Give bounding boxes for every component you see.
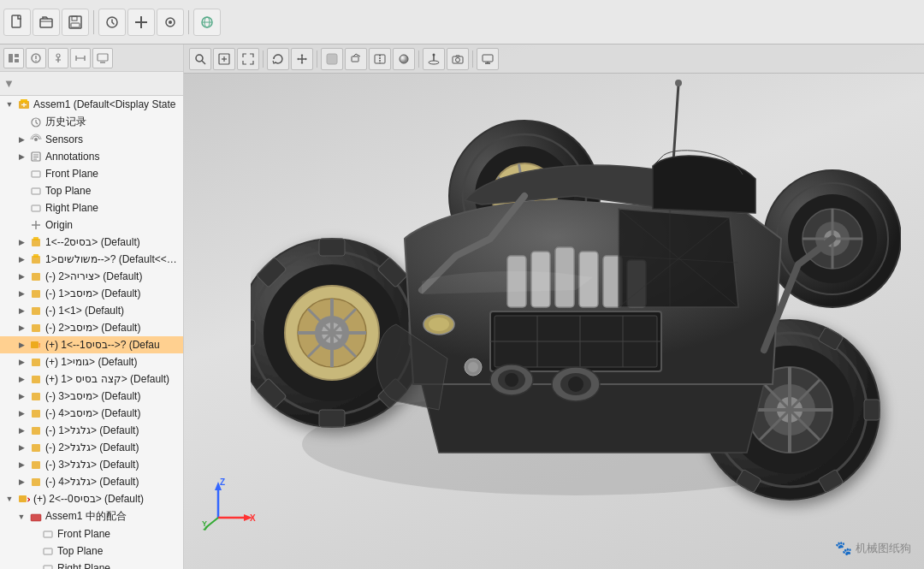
tree-item-sub-assem[interactable]: ▼ Assem1 中的配合 [0,507,183,525]
tree-expand-assem1[interactable]: ▼ [3,98,15,110]
origin-icon [29,218,43,232]
part5-label: (-) 1<1> (Default) [45,305,124,317]
toolbar-open-btn[interactable] [33,9,60,36]
tree-item-part15[interactable]: ▶ (-) גלגל<4> (Default) [0,473,183,490]
svg-point-174 [429,317,449,331]
tree-expand-part14[interactable]: ▶ [15,459,27,471]
tree-item-part16[interactable]: ▼ ✕ (+) 2<--0בסיס> (Default) [0,490,183,507]
tree-item-part2[interactable]: ▶ 1>משולשים-->? (Default<<De [0,251,183,268]
svg-point-84 [400,55,408,63]
svg-line-72 [202,61,205,64]
toolbar-save-btn[interactable] [62,9,89,36]
toolbar-options-btn[interactable] [98,9,126,36]
part12-label: (-) גלגל<1> (Default) [45,424,139,436]
svg-rect-14 [15,54,19,57]
tree-expand-sub-assem[interactable]: ▼ [15,511,27,523]
tree-btn-configmgr[interactable] [48,48,68,68]
tree-expand-annotations[interactable]: ▶ [15,151,27,163]
sensors-icon [29,133,43,146]
toolbar-sep-2 [188,10,189,34]
tree-item-part5[interactable]: ▶ (-) 1<1> (Default) [0,302,183,319]
history-label: 历史记录 [45,115,86,129]
part2-icon [29,252,43,266]
viewport[interactable]: Z X Y 🐾 机械图纸狗 [184,44,924,569]
tree-expand-part1[interactable]: ▶ [15,236,27,248]
part3-icon [29,270,43,283]
tree-expand-part9[interactable]: ▶ [15,373,27,385]
tree-expand-part4[interactable]: ▶ [15,287,27,299]
filter-icon: ▼ [3,77,15,90]
svg-rect-28 [21,99,27,103]
part13-label: (-) גלגל<2> (Default) [45,442,139,453]
part16-icon: ✕ [17,492,31,506]
toolbar-new-btn[interactable] [3,9,31,36]
vp-search-btn[interactable] [189,48,211,70]
tree-btn-displaymgr[interactable] [92,48,113,68]
toolbar-globe-btn[interactable] [193,9,221,36]
tree-item-sub-top[interactable]: ▶ Top Plane [0,542,183,560]
tree-item-part11[interactable]: ▶ (-) 4>מיסב> (Default) [0,405,183,422]
tree-item-part8[interactable]: ▶ (+) גומי<1> (Default) [0,353,183,370]
sub-right-icon [41,561,55,569]
svg-rect-46 [32,273,40,281]
svg-rect-1 [40,19,52,27]
tree-expand-part8[interactable]: ▶ [15,356,27,368]
tree-item-top-plane[interactable]: ▶ Top Plane [0,182,183,199]
tree-item-part12[interactable]: ▶ (-) גלגל<1> (Default) [0,422,183,439]
vp-zoom-btn[interactable] [213,48,235,70]
tree-expand-part3[interactable]: ▶ [15,270,27,282]
tree-item-part7[interactable]: ▶ ! (+) 1<--1בסיס-->? (Defau [0,336,183,353]
part4-icon [29,287,43,300]
svg-point-19 [56,54,60,57]
tree-item-part1[interactable]: ▶ 1<--2בסיס> (Default) [0,234,183,251]
part11-label: (-) 4>מיסב> (Default) [45,407,140,419]
tree-top-bar [0,44,183,72]
tree-expand-part16[interactable]: ▼ [3,493,15,505]
tree-item-part3[interactable]: ▶ (-) 2>ציריה> (Default) [0,268,183,285]
right-plane-icon [29,201,43,215]
tree-item-part10[interactable]: ▶ (-) 3>מיסב> (Default) [0,388,183,405]
origin-label: Origin [45,219,73,231]
tree-expand-part6[interactable]: ▶ [15,322,27,334]
svg-rect-53 [32,376,40,383]
toolbar-rotate-btn[interactable] [157,9,184,36]
tree-btn-featuremgr[interactable] [3,48,24,68]
tree-item-part4[interactable]: ▶ (-) 1>מיסב> (Default) [0,285,183,302]
toolbar-cross-btn[interactable] [127,9,155,36]
top-plane-icon [29,184,43,198]
tree-expand-part11[interactable]: ▶ [15,407,27,419]
tree-item-sensors[interactable]: ▶ Sensors [0,131,183,148]
tree-item-origin[interactable]: ▶ Origin [0,216,183,234]
tree-item-sub-front[interactable]: ▶ Front Plane [0,525,183,542]
tree-btn-dimmgr[interactable] [70,48,91,68]
tree-item-history[interactable]: ▶ 历史记录 [0,113,183,131]
tree-expand-part15[interactable]: ▶ [15,476,27,488]
tree-item-sub-right[interactable]: ▶ Right Plane [0,560,183,569]
svg-text:Y: Y [202,519,207,528]
svg-marker-77 [301,62,304,64]
svg-rect-81 [352,56,358,62]
tree-btn-propmgr[interactable] [26,48,46,68]
tree-expand-part10[interactable]: ▶ [15,390,27,402]
robot-model-view[interactable] [227,79,924,535]
tree-item-part9[interactable]: ▶ (+) 1> קצה בסיס> (Default) [0,370,183,388]
part6-label: (-) 2>מיסב> (Default) [45,322,140,334]
tree-expand-sensors[interactable]: ▶ [15,133,27,145]
tree-item-part14[interactable]: ▶ (-) גלגל<3> (Default) [0,456,183,473]
tree-item-assem1[interactable]: ▼ Assem1 (Default<Display State [0,96,183,113]
tree-item-front-plane[interactable]: ▶ Front Plane [0,165,183,182]
tree-item-part13[interactable]: ▶ (-) גלגל<2> (Default) [0,439,183,456]
part9-icon [29,372,43,386]
tree-expand-part12[interactable]: ▶ [15,424,27,436]
main-toolbar [0,0,924,44]
tree-content[interactable]: ▼ Assem1 (Default<Display State ▶ 历史记录 ▶ [0,96,183,569]
tree-item-part6[interactable]: ▶ (-) 2>מיסב> (Default) [0,319,183,336]
vp-sep-2 [317,50,317,68]
tree-expand-part2[interactable]: ▶ [15,253,27,265]
tree-item-annotations[interactable]: ▶ Annotations [0,148,183,165]
tree-expand-part7[interactable]: ▶ [15,339,27,351]
part10-label: (-) 3>מיסב> (Default) [45,390,140,402]
tree-expand-part5[interactable]: ▶ [15,305,27,317]
tree-item-right-plane[interactable]: ▶ Right Plane [0,199,183,216]
tree-expand-part13[interactable]: ▶ [15,442,27,453]
